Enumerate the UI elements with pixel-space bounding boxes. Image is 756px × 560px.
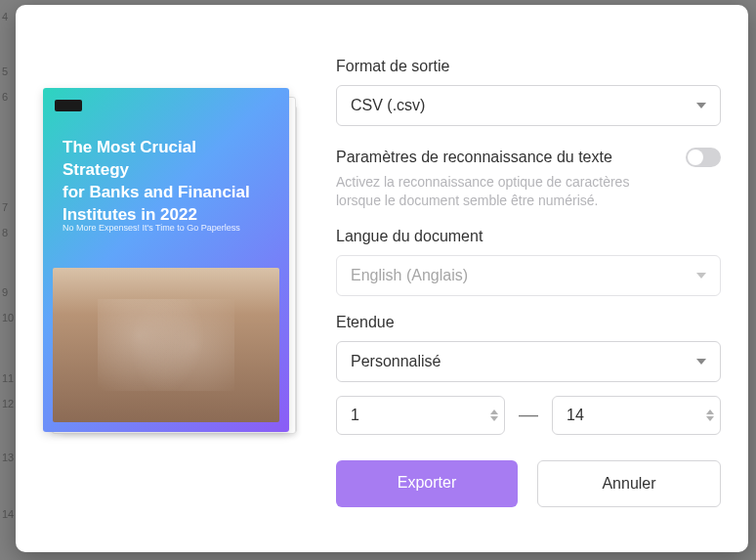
format-value: CSV (.csv) <box>351 97 425 114</box>
cover-title-line: The Most Crucial Strategy <box>63 138 196 179</box>
stepper-down-icon[interactable] <box>706 416 714 421</box>
range-label: Etendue <box>336 314 721 331</box>
chevron-down-icon <box>696 359 706 365</box>
stepper-down-icon[interactable] <box>490 416 498 421</box>
page-marker: 4 <box>2 11 8 22</box>
cover-logo <box>55 100 82 111</box>
export-form: Format de sortie CSV (.csv) Paramètres d… <box>336 34 721 523</box>
page-marker: 13 <box>2 452 14 463</box>
page-marker: 14 <box>2 508 14 520</box>
range-from-input[interactable]: 1 <box>336 396 505 435</box>
page-marker: 6 <box>2 91 8 103</box>
export-button[interactable]: Exporter <box>336 460 518 507</box>
format-select[interactable]: CSV (.csv) <box>336 85 721 126</box>
page-marker: 12 <box>2 398 14 409</box>
cover-subtitle: No More Expenses! It's Time to Go Paperl… <box>63 223 240 233</box>
page-marker: 5 <box>2 65 8 77</box>
cover-title-line: Institutes in 2022 <box>63 205 197 224</box>
chevron-down-icon <box>696 273 706 279</box>
page-marker: 9 <box>2 286 8 298</box>
recognition-description: Activez la reconnaissance optique de car… <box>336 173 649 210</box>
range-value: Personnalisé <box>351 353 441 370</box>
cancel-button[interactable]: Annuler <box>537 460 721 507</box>
language-value: English (Anglais) <box>351 267 468 284</box>
language-select[interactable]: English (Anglais) <box>336 255 721 296</box>
page-marker: 10 <box>2 312 14 323</box>
range-to-input[interactable]: 14 <box>552 396 721 435</box>
page-marker: 8 <box>2 227 8 238</box>
range-separator: — <box>519 404 538 426</box>
stepper-up-icon[interactable] <box>490 409 498 414</box>
cover-photo <box>53 268 279 422</box>
export-dialog: The Most Crucial Strategy for Banks and … <box>16 5 748 552</box>
stepper-up-icon[interactable] <box>706 409 714 414</box>
cover-thumbnail: The Most Crucial Strategy for Banks and … <box>43 88 289 432</box>
range-select[interactable]: Personnalisé <box>336 341 721 382</box>
range-from-value: 1 <box>351 407 359 424</box>
document-preview: The Most Crucial Strategy for Banks and … <box>43 88 307 450</box>
language-label: Langue du document <box>336 228 721 245</box>
page-marker: 7 <box>2 201 8 213</box>
range-to-value: 14 <box>567 407 584 424</box>
page-marker: 11 <box>2 372 14 384</box>
cover-title-line: for Banks and Financial <box>63 183 250 201</box>
format-label: Format de sortie <box>336 58 721 75</box>
recognition-toggle[interactable] <box>686 148 721 167</box>
recognition-label: Paramètres de reconnaissance du texte <box>336 149 612 166</box>
chevron-down-icon <box>696 103 706 108</box>
cover-title: The Most Crucial Strategy for Banks and … <box>63 137 260 227</box>
